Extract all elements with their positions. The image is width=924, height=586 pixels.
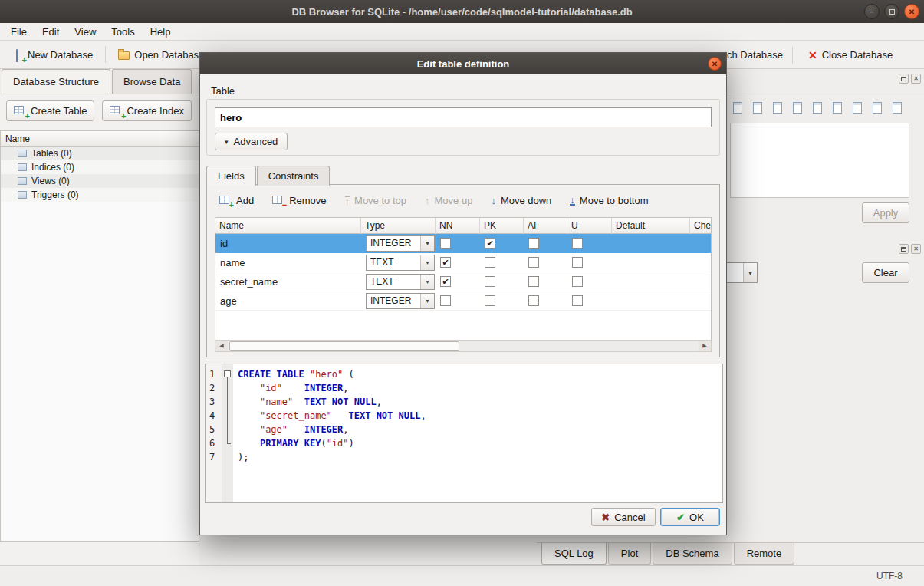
- clear-log-button[interactable]: Clear: [862, 262, 909, 283]
- checkbox-ai[interactable]: [528, 295, 539, 306]
- scrollbar-thumb[interactable]: [229, 341, 459, 351]
- remove-button[interactable]: −Remove: [269, 193, 329, 209]
- tab-remote[interactable]: Remote: [734, 543, 795, 565]
- move-down-button[interactable]: ↓Move down: [488, 193, 554, 209]
- tree-item-views[interactable]: Views (0): [1, 174, 199, 188]
- tab-sql-log[interactable]: SQL Log: [541, 543, 607, 565]
- create-table-button[interactable]: + Create Table: [6, 100, 94, 121]
- column-header-u[interactable]: U: [567, 218, 612, 234]
- tab-database-structure[interactable]: Database Structure: [2, 69, 110, 94]
- type-combobox[interactable]: TEXT▾: [366, 274, 435, 290]
- field-row[interactable]: secret_nameTEXT▾✔: [215, 272, 711, 291]
- dock-close-button[interactable]: ✕: [911, 74, 921, 84]
- column-header-default[interactable]: Default: [612, 218, 690, 234]
- maximize-button[interactable]: [884, 4, 899, 19]
- chevron-down-icon[interactable]: ▾: [420, 294, 434, 308]
- move-to-bottom-button[interactable]: ↓Move to bottom: [567, 193, 651, 209]
- set-null-button[interactable]: [768, 98, 786, 117]
- type-combobox[interactable]: INTEGER▾: [366, 235, 435, 252]
- dock-float-button[interactable]: [899, 244, 909, 254]
- image-mode-button[interactable]: [828, 98, 846, 117]
- dock-float-button[interactable]: [899, 74, 909, 84]
- type-combobox[interactable]: INTEGER▾: [366, 293, 435, 309]
- checkbox-nn[interactable]: ✔: [440, 257, 451, 268]
- apply-button[interactable]: Apply: [862, 202, 909, 223]
- chevron-down-icon[interactable]: ▾: [743, 263, 757, 282]
- column-header-ai[interactable]: AI: [524, 218, 567, 234]
- tree-item-triggers[interactable]: Triggers (0): [1, 188, 199, 202]
- cell-editor-area[interactable]: [730, 123, 909, 198]
- checkbox-ai[interactable]: [528, 276, 539, 287]
- fold-collapse-icon[interactable]: –: [224, 370, 231, 377]
- checkbox-ai[interactable]: [528, 238, 539, 249]
- type-combobox[interactable]: TEXT▾: [366, 255, 435, 271]
- checkbox-ai[interactable]: [528, 257, 539, 268]
- menu-help[interactable]: Help: [143, 24, 179, 40]
- folder-icon: [18, 191, 27, 199]
- menu-edit[interactable]: Edit: [35, 24, 67, 40]
- column-header-check[interactable]: Check: [690, 218, 712, 234]
- column-header-nn[interactable]: NN: [436, 218, 480, 234]
- field-name: name: [215, 253, 361, 272]
- checkbox-pk[interactable]: ✔: [485, 238, 495, 249]
- advanced-toggle-button[interactable]: ▾ Advanced: [215, 133, 288, 150]
- checkbox-u[interactable]: [572, 238, 583, 249]
- tab-plot[interactable]: Plot: [608, 543, 651, 565]
- checkbox-nn[interactable]: [440, 295, 451, 306]
- sql-code[interactable]: CREATE TABLE "hero" ( "id" INTEGER, "nam…: [233, 364, 722, 502]
- text-mode-button[interactable]: [788, 98, 806, 117]
- export-button[interactable]: [748, 98, 766, 117]
- arrow-left-icon[interactable]: ◀: [215, 341, 228, 351]
- tab-db-schema[interactable]: DB Schema: [653, 543, 732, 565]
- tree-item-tables[interactable]: Tables (0): [1, 146, 199, 160]
- checkbox-u[interactable]: [572, 257, 583, 268]
- json-mode-button[interactable]: [848, 98, 866, 117]
- field-row[interactable]: nameTEXT▾✔: [215, 253, 711, 272]
- column-header-type[interactable]: Type: [361, 218, 436, 234]
- tree-header-name[interactable]: Name: [1, 131, 199, 146]
- tree-item-indices[interactable]: Indices (0): [1, 160, 199, 174]
- field-row[interactable]: ageINTEGER▾: [215, 291, 711, 311]
- import-button[interactable]: [728, 98, 746, 117]
- add-button[interactable]: +Add: [216, 193, 257, 209]
- chevron-down-icon[interactable]: ▾: [420, 236, 434, 251]
- create-index-button[interactable]: + Create Index: [102, 100, 191, 121]
- tab-constraints[interactable]: Constraints: [257, 166, 330, 186]
- arrow-right-icon[interactable]: ▶: [699, 341, 711, 351]
- search-database-label-partial[interactable]: ch Database: [727, 49, 783, 61]
- checkbox-pk[interactable]: [485, 257, 495, 268]
- checkbox-nn[interactable]: ✔: [440, 276, 451, 287]
- checkbox-pk[interactable]: [485, 276, 495, 287]
- column-header-name[interactable]: Name: [215, 218, 361, 234]
- close-database-button[interactable]: ✕ Close Database: [802, 44, 899, 66]
- print-button[interactable]: [888, 98, 906, 117]
- menu-file[interactable]: File: [3, 24, 35, 40]
- menu-view[interactable]: View: [67, 24, 104, 40]
- dock-close-button[interactable]: ✕: [911, 244, 921, 254]
- ok-button[interactable]: ✔ OK: [660, 508, 720, 526]
- chevron-down-icon[interactable]: ▾: [420, 275, 434, 289]
- column-header-pk[interactable]: PK: [480, 218, 524, 234]
- checkbox-u[interactable]: [572, 295, 583, 306]
- xml-mode-button[interactable]: [868, 98, 886, 117]
- horizontal-scrollbar[interactable]: ◀ ▶: [215, 340, 712, 352]
- checkbox-pk[interactable]: [485, 295, 495, 306]
- dialog-close-button[interactable]: ✕: [708, 57, 722, 71]
- checkbox-nn[interactable]: [440, 238, 451, 249]
- encoding-indicator[interactable]: UTF-8: [876, 571, 903, 581]
- chevron-down-icon[interactable]: ▾: [420, 255, 434, 270]
- sql-line: );: [238, 450, 722, 464]
- new-database-button[interactable]: + New Database: [5, 44, 99, 65]
- minimize-button[interactable]: –: [864, 4, 880, 19]
- close-window-button[interactable]: ✕: [904, 4, 919, 19]
- menu-tools[interactable]: Tools: [104, 24, 142, 40]
- binary-mode-button[interactable]: [808, 98, 826, 117]
- tab-browse-data[interactable]: Browse Data: [112, 69, 192, 94]
- table-name-input[interactable]: [215, 107, 712, 127]
- tab-fields[interactable]: Fields: [206, 166, 256, 186]
- scrollbar-track[interactable]: [228, 341, 699, 351]
- open-database-button[interactable]: Open Database: [112, 44, 210, 65]
- cancel-button[interactable]: ✖ Cancel: [591, 508, 656, 526]
- checkbox-u[interactable]: [572, 276, 583, 287]
- field-row[interactable]: idINTEGER▾✔: [215, 234, 711, 253]
